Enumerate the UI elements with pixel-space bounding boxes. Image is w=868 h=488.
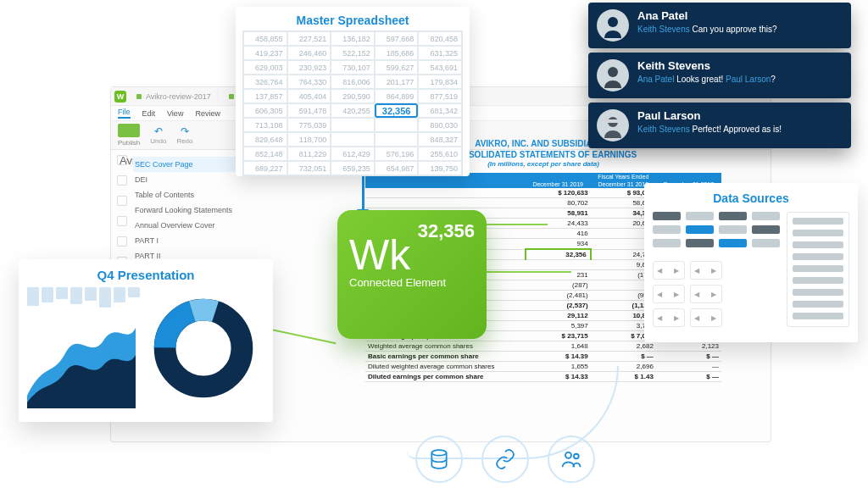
outline-item[interactable]: Table of Contents <box>133 187 260 202</box>
connector-arrow <box>342 175 364 215</box>
link-icon[interactable] <box>481 435 529 483</box>
cell[interactable]: 137,857 <box>243 89 287 103</box>
cell[interactable]: 816,006 <box>331 75 375 89</box>
cell[interactable] <box>375 118 419 132</box>
source-row[interactable]: ◀▶ <box>653 285 685 303</box>
cell[interactable]: 419,237 <box>243 46 287 60</box>
cell[interactable]: 713,108 <box>243 118 287 132</box>
cell[interactable]: 612,429 <box>331 147 375 161</box>
cell[interactable] <box>331 132 375 147</box>
publish-button[interactable]: Publish <box>118 124 140 147</box>
cell[interactable]: 775,039 <box>287 118 331 132</box>
cell[interactable]: 136,182 <box>331 31 375 46</box>
rail-icon[interactable] <box>117 236 127 247</box>
donut-chart <box>142 287 264 408</box>
cell[interactable]: 877,519 <box>418 89 462 103</box>
source-list <box>787 212 849 327</box>
q4-presentation-card: Q4 Presentation <box>19 259 273 422</box>
area-chart <box>27 287 136 408</box>
menu-review[interactable]: Review <box>195 109 220 118</box>
cell[interactable]: 32,356 <box>375 103 419 118</box>
cell[interactable]: 201,177 <box>375 75 419 89</box>
menu-file[interactable]: File <box>118 108 131 119</box>
doc-tab[interactable]: Avikro-review-2017 <box>130 90 219 103</box>
cell[interactable]: 730,107 <box>331 60 375 75</box>
cell[interactable]: 591,478 <box>287 103 331 118</box>
avatar <box>597 59 629 92</box>
cell[interactable]: 681,342 <box>418 103 462 118</box>
source-row[interactable]: ◀▶ <box>690 285 722 303</box>
redo-button[interactable]: ↷Redo <box>176 125 192 145</box>
cell[interactable]: 654,987 <box>375 161 419 175</box>
avatar <box>597 109 629 141</box>
cell[interactable]: 246,460 <box>287 46 331 60</box>
source-row[interactable]: ◀▶ <box>690 261 722 280</box>
cell[interactable]: 852,148 <box>243 147 287 161</box>
cell[interactable]: 890,030 <box>418 118 462 132</box>
cell[interactable]: 522,152 <box>331 46 375 60</box>
cell[interactable]: 139,750 <box>418 161 462 175</box>
outline-item[interactable]: Forward Looking Statements <box>133 202 260 218</box>
cell[interactable]: 255,610 <box>418 147 462 161</box>
svg-point-9 <box>574 454 579 459</box>
cell[interactable]: 829,648 <box>243 132 287 147</box>
rail-icon[interactable] <box>117 175 127 186</box>
cell[interactable]: 764,330 <box>287 75 331 89</box>
cell[interactable]: 732,051 <box>287 161 331 175</box>
svg-point-7 <box>431 450 446 456</box>
svg-point-4 <box>608 67 618 77</box>
cell[interactable]: 820,458 <box>418 31 462 46</box>
cell[interactable]: 811,229 <box>287 147 331 161</box>
cell[interactable]: 420,255 <box>331 103 375 118</box>
cell[interactable]: 864,899 <box>375 89 419 103</box>
database-icon[interactable] <box>415 435 463 483</box>
card-title: Q4 Presentation <box>27 268 264 282</box>
connected-label: Connected Element <box>349 276 475 289</box>
rail-icon[interactable] <box>117 196 127 206</box>
comment-bubble[interactable]: Ana PatelKeith Stevens Can you approve t… <box>588 3 851 48</box>
card-title: Data Sources <box>653 191 849 205</box>
outline-item[interactable]: PART I <box>133 233 260 248</box>
cell[interactable]: 659,235 <box>331 161 375 175</box>
cell[interactable]: 458,855 <box>243 31 287 46</box>
cell[interactable]: 179,834 <box>418 75 462 89</box>
left-rail <box>111 155 133 267</box>
cell[interactable]: 597,668 <box>375 31 419 46</box>
cell[interactable]: 230,923 <box>287 60 331 75</box>
cell[interactable]: 405,404 <box>287 89 331 103</box>
cell[interactable]: 118,700 <box>287 132 331 147</box>
card-title: Master Spreadsheet <box>242 14 463 27</box>
menu-view[interactable]: View <box>167 109 183 118</box>
cell[interactable]: 629,003 <box>243 60 287 75</box>
cell[interactable]: 543,691 <box>418 60 462 75</box>
cell[interactable]: 576,196 <box>375 147 419 161</box>
source-row[interactable]: ◀▶ <box>653 308 685 327</box>
cell[interactable]: 326,764 <box>243 75 287 89</box>
people-icon[interactable] <box>548 435 595 483</box>
outline-item[interactable]: Annual Overview Cover <box>133 218 260 233</box>
cell[interactable]: 631,325 <box>418 46 462 60</box>
menu-edit[interactable]: Edit <box>142 109 156 118</box>
svg-rect-6 <box>607 119 619 123</box>
undo-button[interactable]: ↶Undo <box>150 125 166 145</box>
cell[interactable]: 848,327 <box>418 132 462 147</box>
rail-icon[interactable] <box>117 155 127 165</box>
cell[interactable]: 599,627 <box>375 60 419 75</box>
cell[interactable]: 185,686 <box>375 46 419 60</box>
cell[interactable] <box>375 132 419 147</box>
cell[interactable]: 227,521 <box>287 31 331 46</box>
source-row[interactable]: ◀▶ <box>690 308 722 327</box>
avatar <box>597 9 629 42</box>
rail-icon[interactable] <box>117 216 127 226</box>
comment-bubble[interactable]: Keith StevensAna Patel Looks great! Paul… <box>588 53 851 98</box>
cell[interactable]: 290,590 <box>331 89 375 103</box>
svg-point-3 <box>608 17 618 27</box>
comment-bubble[interactable]: Paul LarsonKeith Stevens Perfect! Approv… <box>588 103 851 148</box>
cell[interactable] <box>331 118 375 132</box>
source-row[interactable]: ◀▶ <box>653 261 685 280</box>
cell[interactable]: 606,305 <box>243 103 287 118</box>
cell[interactable]: 689,227 <box>243 161 287 175</box>
master-spreadsheet-card: Master Spreadsheet 458,855227,521136,182… <box>236 7 470 176</box>
connected-element-tile: 32,356 Wk Connected Element <box>337 210 487 339</box>
svg-point-8 <box>565 452 571 458</box>
